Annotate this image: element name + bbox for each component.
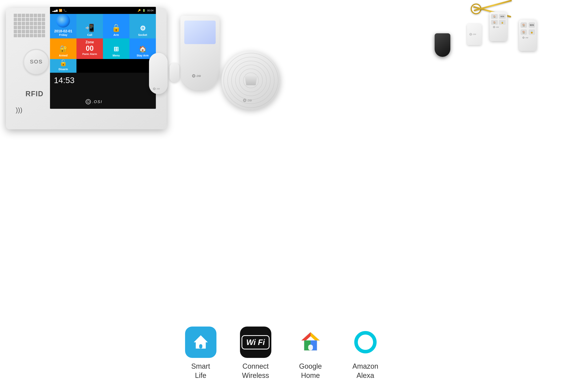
stay-arm-label: Stay Arm [137,54,149,57]
remote-btn[interactable]: 🔓 [499,20,506,25]
remote-btn[interactable]: 🏠 [491,20,498,25]
remote-btn[interactable]: SOS [499,14,506,19]
svg-point-9 [194,74,194,75]
tile-menu[interactable]: ⊞ Menu [103,38,129,59]
svg-point-37 [523,37,524,37]
socket-icon: ⚙ [140,24,146,32]
svg-text:.OSI: .OSI [495,26,499,28]
screen-time: 14:53 [54,76,152,85]
wifi-label: Wi Fi [246,338,265,347]
svg-point-24 [246,100,246,100]
tile-grid: 2018-02-01 Friday 📲 Call 🔒 Arm ⚙ Socket … [50,14,156,73]
svg-text:.OSI: .OSI [247,99,252,102]
speaker-dot [26,30,29,33]
google-home-svg [299,330,322,354]
alexa-svg [354,330,377,354]
socket-label: Socket [138,33,147,36]
speaker-grille [14,14,45,37]
key-icon: 🔑 [138,9,141,12]
remote-btn[interactable]: 🏠 [491,14,498,19]
remote-btn[interactable]: SOS [529,22,535,28]
siren-brand-logo: .OSI [222,98,280,103]
tile-socket[interactable]: ⚙ Socket [129,14,156,38]
remote-btn[interactable]: 🏠 [521,22,527,28]
remote-2: 🏠 SOS 🏠 🔓 .OSI [519,20,537,51]
remote-1: 🏠 SOS 🏠 🔓 .OSI [490,12,507,41]
panic-label: Panic Alarm [82,53,97,56]
speaker-dot [42,14,45,17]
wifi-text: Wi Fi [241,335,269,350]
tile-date[interactable]: 2018-02-01 Friday [50,14,76,38]
speaker-dot [42,18,45,21]
svg-point-28 [493,26,495,28]
date-main: 2018-02-01 [54,29,72,33]
svg-point-5 [86,101,86,102]
remote-btn[interactable]: 🔓 [529,29,535,35]
svg-point-14 [153,88,156,90]
speaker-dot [38,26,41,29]
svg-point-23 [244,99,245,99]
svg-point-2 [88,99,89,100]
signal-icon: ▂▄▆ [52,9,58,12]
tile-disarm[interactable]: 🔓 Disarm [50,59,76,73]
speaker-dot [22,22,25,25]
menu-label: Menu [113,54,120,57]
smart-life-label: Smart Life [191,362,210,380]
speaker-dot [38,30,41,33]
svg-point-10 [195,76,195,76]
door-sensor-container: .OSI [149,53,168,94]
svg-point-29 [494,27,495,28]
status-left: ▂▄▆ 📶 📞 [52,9,67,12]
svg-point-46 [470,35,471,36]
speaker-dot [34,34,37,37]
svg-point-25 [244,101,245,102]
speaker-dot [22,18,25,21]
speaker-dot [22,26,25,29]
speaker-dot [30,30,33,33]
tile-panic[interactable]: Zone 00 Panic Alarm [76,38,103,59]
wifi-icon: Wi Fi [240,326,271,358]
smart-life-icon-container [185,326,216,358]
svg-point-39 [523,38,524,39]
pir-brand-logo: .OSI [180,74,220,78]
rfid-fob-black [435,33,450,57]
tile-arm[interactable]: 🔒 Arm [103,14,129,38]
siren-body: .OSI [222,51,280,110]
speaker-dot [18,26,21,29]
svg-point-3 [90,101,91,102]
wifi-icon-container: Wi Fi [240,326,271,358]
sos-button[interactable]: SOS [24,49,49,74]
arm-label: Arm [113,33,119,36]
svg-point-7 [192,74,195,77]
speaker-dot [38,14,41,17]
speaker-dot [14,14,17,17]
speaker-dot [18,14,21,17]
status-bar: ▂▄▆ 📶 📞 🔑 🔋 00:04 [50,7,156,14]
speaker-dot [38,22,41,25]
svg-point-50 [200,340,201,341]
svg-point-1 [87,100,89,103]
svg-text:.OSI: .OSI [92,99,102,104]
tile-call[interactable]: 📲 Call [76,14,103,38]
tile-armed[interactable]: 🔐 Armed [50,38,76,59]
speaker-dot [42,22,45,25]
door-sensor-main: .OSI [149,53,168,94]
remote-btn[interactable]: 🏠 [521,29,527,35]
svg-point-11 [194,77,194,77]
svg-point-42 [469,33,472,35]
google-home-icon-container [295,326,326,358]
feature-wifi: Wi Fi Connect Wireless [240,326,271,380]
disarm-label: Disarm [59,68,68,71]
svg-point-43 [470,34,471,35]
svg-point-35 [523,37,524,39]
speaker-dot [38,34,41,37]
smart-life-line1: Smart [191,362,210,371]
connect-line2: Wireless [242,371,269,380]
remote-1-buttons: 🏠 SOS 🏠 🔓 [491,14,506,25]
alarm-screen: ▂▄▆ 📶 📞 🔑 🔋 00:04 2018-02-01 Friday 📲 Ca… [50,7,156,109]
smart-life-svg [191,332,211,352]
door-sensor: .OSI [149,53,168,94]
svg-point-22 [244,100,245,101]
pir-lens [184,21,216,44]
remote-2-brand: .OSI [521,36,535,39]
